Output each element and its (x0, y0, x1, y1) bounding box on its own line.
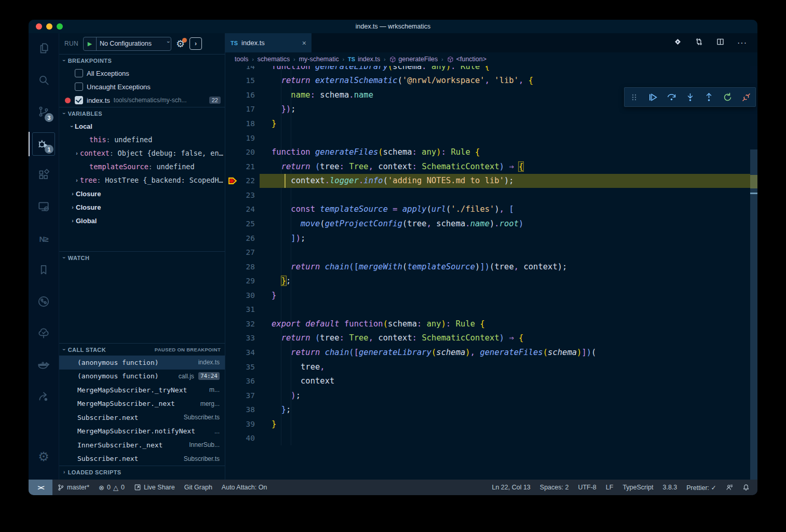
activity-search[interactable] (29, 65, 59, 97)
stack-frame-row[interactable]: MergeMapSubscriber._tryNextm... (59, 383, 225, 397)
code-line[interactable]: 14function generateLibrary(schema: any):… (225, 66, 750, 74)
code-line[interactable]: 40 (225, 431, 750, 446)
status-git-graph[interactable]: Git Graph (180, 484, 217, 491)
code-line[interactable]: 39} (225, 417, 750, 431)
launch-config-dropdown[interactable]: ▶ No Configurations › (83, 37, 171, 51)
loaded-scripts-header[interactable]: › LOADED SCRIPTS (59, 466, 225, 478)
code-line[interactable]: 19 (225, 131, 750, 145)
code-line[interactable]: 35 tree, (225, 360, 750, 374)
status-auto-attach-on[interactable]: Auto Attach: On (217, 484, 272, 491)
step-into-button[interactable] (683, 90, 697, 104)
activity-manage-gear[interactable]: ⚙ (29, 441, 59, 472)
code-line[interactable]: 33 return (tree: Tree, context: Schemati… (225, 331, 750, 346)
minimize-window-button[interactable] (46, 23, 52, 30)
stack-frame-row[interactable]: MergeMapSubscriber._nextmerg... (59, 397, 225, 411)
code-line[interactable]: 23 (225, 188, 750, 202)
code-editor[interactable]: 14function generateLibrary(schema: any):… (225, 66, 757, 480)
variable-scope-row[interactable]: ›Closure (59, 200, 225, 214)
status--[interactable]: ⊗0△0 (94, 484, 129, 492)
activity-git-graph-circle[interactable] (29, 287, 59, 318)
scrollbar-thumb[interactable] (750, 149, 757, 480)
breadcrumb-item[interactable]: <function> (447, 56, 486, 63)
split-editor-icon[interactable] (716, 37, 725, 48)
code-line[interactable]: 27 (225, 245, 750, 260)
variable-row[interactable]: ›tree: HostTree {_backend: ScopedH… (59, 173, 225, 187)
stack-frame-row[interactable]: Subscriber.nextSubscriber.ts (59, 452, 225, 466)
tab-index-ts[interactable]: TS index.ts × (225, 33, 311, 52)
status-live-share[interactable]: Live Share (129, 484, 180, 491)
breakpoint-row[interactable]: Uncaught Exceptions (59, 80, 225, 93)
breakpoint-row[interactable]: index.tstools/schematics/my-sch...22 (59, 93, 225, 107)
code-line[interactable]: 22 context.logger.info('adding NOTES.md … (225, 174, 750, 188)
variable-scope-row[interactable]: ›Global (59, 214, 225, 227)
debug-console-button[interactable]: › (189, 37, 202, 50)
status-master-[interactable]: master* (52, 484, 94, 491)
status-3-8-3[interactable]: 3.8.3 (658, 484, 682, 491)
stack-frame-row[interactable]: Subscriber.nextSubscriber.ts (59, 411, 225, 425)
code-line[interactable]: 31 (225, 303, 750, 317)
watch-header[interactable]: › WATCH (59, 251, 225, 264)
activity-project-share[interactable] (29, 381, 59, 413)
breakpoint-checkbox[interactable] (75, 96, 83, 104)
breadcrumb-item[interactable]: TSindex.ts (348, 56, 380, 63)
step-over-button[interactable] (664, 90, 679, 104)
code-line[interactable]: 25 move(getProjectConfig(tree, schema.na… (225, 216, 750, 231)
open-changes-icon[interactable] (673, 37, 682, 48)
code-line[interactable]: 15 return externalSchematic('@nrwl/works… (225, 74, 750, 88)
status-spaces-2[interactable]: Spaces: 2 (535, 484, 574, 491)
activity-docker[interactable] (29, 350, 59, 381)
code-line[interactable]: 30} (225, 288, 750, 303)
activity-bookmarks[interactable] (29, 255, 59, 287)
activity-todo-tree[interactable] (29, 318, 59, 350)
remote-indicator[interactable]: >< (29, 480, 52, 495)
configure-gear-button[interactable]: ⚙ (176, 39, 185, 49)
bell-icon[interactable] (738, 484, 754, 491)
code-line[interactable]: 20function generateFiles(schema: any): R… (225, 145, 750, 159)
status-ln-22-col-13[interactable]: Ln 22, Col 13 (487, 484, 535, 491)
editor-scrollbar[interactable] (750, 66, 757, 480)
status-lf[interactable]: LF (601, 484, 618, 491)
close-tab-icon[interactable]: × (302, 39, 306, 47)
variable-scope-row[interactable]: ›Local (59, 119, 225, 133)
code-line[interactable]: 32export default function(schema: any): … (225, 317, 750, 331)
breadcrumb-item[interactable]: schematics (258, 56, 290, 63)
breadcrumb-item[interactable]: tools (235, 56, 248, 63)
compare-changes-icon[interactable] (695, 37, 703, 48)
feedback-icon[interactable] (721, 484, 738, 491)
variable-row[interactable]: ›context: Object {debug: false, en… (59, 146, 225, 160)
code-line[interactable]: 21 return (tree: Tree, context: Schemati… (225, 159, 750, 174)
breakpoints-header[interactable]: › BREAKPOINTS (59, 54, 225, 66)
activity-nx-console[interactable]: N≥ (29, 223, 59, 255)
call-stack-header[interactable]: › CALL STACK PAUSED ON BREAKPOINT (59, 343, 225, 356)
variable-row[interactable]: this: undefined (59, 133, 225, 146)
more-actions-icon[interactable]: ··· (737, 38, 747, 48)
breadcrumb-item[interactable]: generateFiles (389, 56, 438, 63)
breakpoint-checkbox[interactable] (75, 83, 83, 91)
breadcrumb-item[interactable]: my-schematic (299, 56, 339, 63)
code-line[interactable]: 38 }; (225, 403, 750, 417)
code-line[interactable]: 18} (225, 116, 750, 131)
code-line[interactable]: 28 return chain([mergeWith(templateSourc… (225, 260, 750, 274)
start-debug-icon[interactable]: ▶ (84, 37, 97, 50)
code-line[interactable]: 37 ); (225, 388, 750, 403)
variable-row[interactable]: templateSource: undefined (59, 160, 225, 173)
code-line[interactable]: 24 const templateSource = apply(url('./f… (225, 202, 750, 217)
status-utf-8[interactable]: UTF-8 (573, 484, 601, 491)
variable-scope-row[interactable]: ›Closure (59, 187, 225, 200)
breakpoint-row[interactable]: All Exceptions (59, 66, 225, 80)
stack-frame-row[interactable]: (anonymous function)call.js74:24 (59, 370, 225, 384)
restart-button[interactable] (720, 90, 735, 104)
stack-frame-row[interactable]: MergeMapSubscriber.notifyNext... (59, 425, 225, 439)
status-typescript[interactable]: TypeScript (618, 484, 658, 491)
variables-header[interactable]: › VARIABLES (59, 107, 225, 119)
code-line[interactable]: 26 ]); (225, 231, 750, 245)
code-line[interactable]: 29 }; (225, 274, 750, 288)
activity-source-control[interactable]: 3 (29, 97, 59, 128)
stack-frame-row[interactable]: (anonymous function)index.ts (59, 356, 225, 370)
code-line[interactable]: 36 context (225, 374, 750, 388)
zoom-window-button[interactable] (57, 23, 63, 30)
stack-frame-row[interactable]: InnerSubscriber._nextInnerSub... (59, 438, 225, 452)
activity-explorer[interactable] (29, 33, 59, 65)
disconnect-button[interactable] (739, 90, 753, 104)
close-window-button[interactable] (36, 23, 42, 30)
